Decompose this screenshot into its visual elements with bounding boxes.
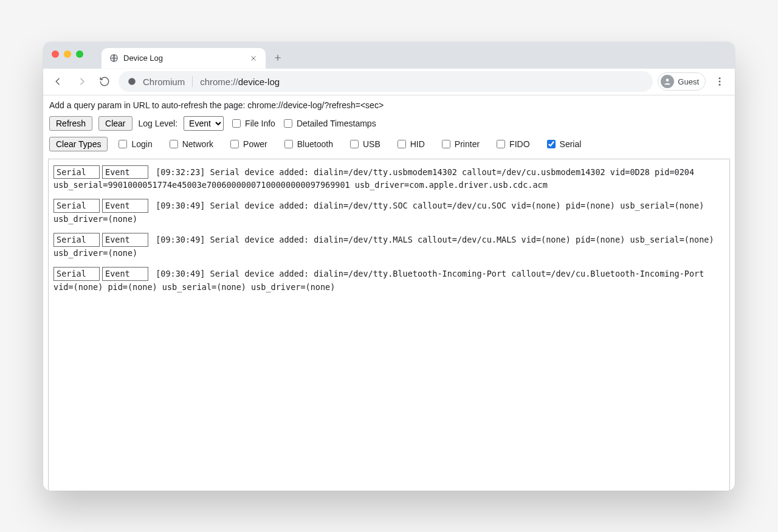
type-checkbox-printer[interactable] bbox=[442, 140, 450, 148]
controls-row: Refresh Clear Log Level: Event File Info… bbox=[43, 116, 735, 137]
avatar-icon bbox=[661, 75, 674, 88]
window-zoom-button[interactable] bbox=[76, 50, 83, 58]
log-message: [09:30:49] Serial device added: dialin=/… bbox=[53, 235, 714, 258]
menu-button[interactable] bbox=[711, 72, 729, 91]
type-filter-power[interactable]: Power bbox=[228, 138, 267, 150]
log-level-tag: Event bbox=[102, 199, 148, 213]
log-entry: SerialEvent [09:30:49] Serial device add… bbox=[53, 267, 725, 294]
type-label: USB bbox=[363, 139, 380, 149]
type-checkbox-fido[interactable] bbox=[497, 140, 505, 148]
new-tab-button[interactable] bbox=[269, 49, 286, 66]
type-label: HID bbox=[410, 139, 425, 149]
type-filter-fido[interactable]: FIDO bbox=[494, 138, 529, 150]
page-content: Add a query param in URL to auto-refresh… bbox=[43, 95, 735, 491]
back-button[interactable] bbox=[49, 72, 67, 91]
log-entry: SerialEvent [09:32:23] Serial device add… bbox=[53, 165, 725, 192]
refresh-button[interactable]: Refresh bbox=[49, 116, 92, 131]
loglevel-label: Log Level: bbox=[139, 119, 178, 128]
tab-title: Device Log bbox=[123, 54, 244, 63]
detailed-ts-label: Detailed Timestamps bbox=[297, 119, 376, 128]
reload-button[interactable] bbox=[95, 72, 114, 91]
type-checkbox-bluetooth[interactable] bbox=[284, 140, 293, 148]
type-filter-hid[interactable]: HID bbox=[395, 138, 425, 150]
window-close-button[interactable] bbox=[52, 50, 59, 58]
clear-button[interactable]: Clear bbox=[98, 116, 132, 131]
log-type-tag: Serial bbox=[53, 199, 100, 213]
type-label: Printer bbox=[455, 139, 480, 149]
profile-chip[interactable]: Guest bbox=[658, 72, 706, 91]
browser-window: Device Log Chromium chrome://device-lo bbox=[43, 42, 735, 491]
omnibox-separator bbox=[192, 76, 193, 87]
log-entry: SerialEvent [09:30:49] Serial device add… bbox=[53, 233, 725, 260]
type-checkbox-login[interactable] bbox=[119, 140, 127, 148]
type-filter-serial[interactable]: Serial bbox=[545, 138, 582, 150]
log-type-tag: Serial bbox=[53, 233, 100, 247]
tab-strip: Device Log bbox=[43, 42, 735, 69]
type-label: Power bbox=[243, 139, 267, 149]
detailed-ts-option[interactable]: Detailed Timestamps bbox=[281, 117, 376, 130]
svg-point-4 bbox=[719, 81, 721, 83]
window-controls bbox=[52, 50, 83, 58]
globe-icon bbox=[109, 54, 119, 63]
fileinfo-option[interactable]: File Info bbox=[230, 117, 275, 130]
svg-point-1 bbox=[128, 78, 136, 85]
loglevel-select[interactable]: Event bbox=[184, 116, 224, 131]
toolbar: Chromium chrome://device-log Guest bbox=[43, 69, 735, 95]
omnibox-url: chrome://device-log bbox=[200, 77, 280, 87]
type-filter-bluetooth[interactable]: Bluetooth bbox=[282, 138, 333, 150]
detailed-ts-checkbox[interactable] bbox=[284, 119, 292, 128]
type-filter-usb[interactable]: USB bbox=[348, 138, 380, 150]
type-checkbox-network[interactable] bbox=[170, 140, 178, 148]
type-filter-login[interactable]: Login bbox=[116, 138, 152, 150]
fileinfo-label: File Info bbox=[245, 119, 275, 128]
log-type-tag: Serial bbox=[53, 267, 100, 281]
type-label: Network bbox=[182, 139, 213, 149]
type-checkbox-usb[interactable] bbox=[350, 140, 359, 148]
types-row: Clear Types LoginNetworkPowerBluetoothUS… bbox=[43, 137, 735, 159]
tab-active[interactable]: Device Log bbox=[102, 48, 266, 69]
log-level-tag: Event bbox=[102, 165, 148, 179]
svg-point-2 bbox=[666, 78, 669, 81]
site-info-icon[interactable] bbox=[127, 77, 137, 86]
tab-close-button[interactable] bbox=[249, 54, 258, 63]
type-filter-network[interactable]: Network bbox=[167, 138, 213, 150]
profile-label: Guest bbox=[678, 77, 699, 86]
window-minimize-button[interactable] bbox=[64, 50, 71, 58]
type-label: Login bbox=[131, 139, 152, 149]
log-entry: SerialEvent [09:30:49] Serial device add… bbox=[53, 199, 725, 226]
omnibox[interactable]: Chromium chrome://device-log bbox=[119, 71, 653, 92]
type-label: FIDO bbox=[509, 139, 529, 149]
omnibox-host: Chromium bbox=[143, 77, 185, 87]
type-checkbox-hid[interactable] bbox=[398, 140, 406, 148]
log-level-tag: Event bbox=[102, 233, 148, 247]
svg-point-3 bbox=[719, 77, 721, 79]
type-filter-printer[interactable]: Printer bbox=[439, 138, 480, 150]
forward-button[interactable] bbox=[72, 72, 91, 91]
log-message: [09:32:23] Serial device added: dialin=/… bbox=[53, 167, 694, 190]
type-label: Bluetooth bbox=[297, 139, 333, 149]
fileinfo-checkbox[interactable] bbox=[232, 119, 241, 128]
log-message: [09:30:49] Serial device added: dialin=/… bbox=[53, 201, 704, 224]
log-level-tag: Event bbox=[102, 267, 148, 281]
svg-point-5 bbox=[719, 84, 721, 86]
info-text: Add a query param in URL to auto-refresh… bbox=[43, 95, 735, 116]
type-checkbox-serial[interactable] bbox=[547, 140, 556, 148]
log-output: SerialEvent [09:32:23] Serial device add… bbox=[48, 159, 730, 491]
log-message: [09:30:49] Serial device added: dialin=/… bbox=[53, 269, 704, 292]
clear-types-button[interactable]: Clear Types bbox=[49, 137, 108, 151]
type-checkbox-power[interactable] bbox=[230, 140, 239, 148]
log-type-tag: Serial bbox=[53, 165, 100, 179]
type-label: Serial bbox=[560, 139, 582, 149]
